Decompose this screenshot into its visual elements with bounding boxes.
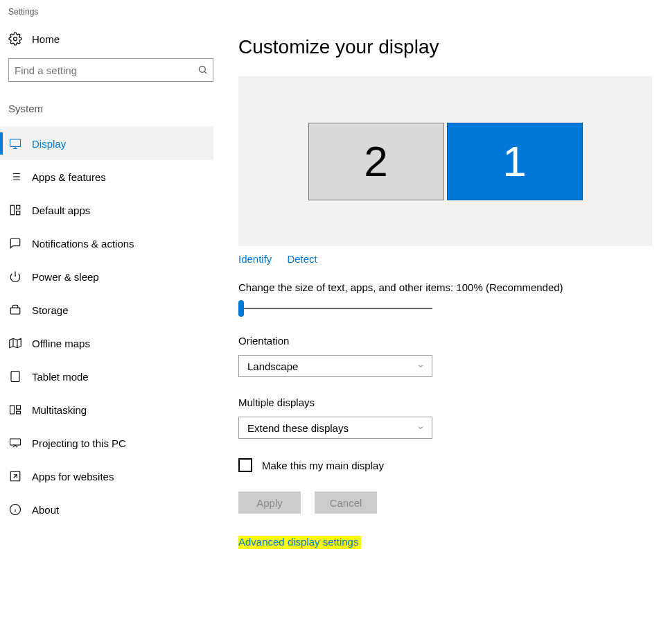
monitor-2[interactable]: 2 [308, 123, 444, 200]
svg-rect-13 [17, 205, 20, 209]
main-display-label: Make this my main display [262, 460, 384, 471]
sidebar-item-label: Multitasking [32, 404, 87, 416]
sidebar-item-apps-features[interactable]: Apps & features [0, 160, 213, 193]
sidebar-item-label: Display [32, 138, 66, 150]
search-box[interactable] [8, 58, 213, 82]
sidebar: Home System Display App [0, 19, 215, 644]
tablet-icon [8, 369, 22, 383]
svg-rect-16 [10, 308, 20, 314]
sidebar-item-label: Tablet mode [32, 371, 89, 383]
sidebar-item-multitasking[interactable]: Multitasking [0, 393, 213, 426]
advanced-display-settings-link[interactable]: Advanced display settings [238, 536, 361, 549]
sidebar-item-power-sleep[interactable]: Power & sleep [0, 260, 213, 293]
sidebar-item-label: Projecting to this PC [32, 437, 126, 449]
multiple-displays-value: Extend these displays [247, 422, 349, 434]
text-size-label: Change the size of text, apps, and other… [238, 281, 652, 293]
gear-icon [8, 32, 22, 46]
map-icon [8, 336, 22, 350]
sidebar-item-label: Storage [32, 304, 69, 316]
detect-link[interactable]: Detect [287, 253, 317, 265]
svg-rect-12 [10, 205, 14, 215]
section-label-system: System [0, 82, 213, 127]
list-icon [8, 170, 22, 184]
projecting-icon [8, 436, 22, 450]
svg-marker-17 [10, 338, 21, 348]
sidebar-item-display[interactable]: Display [0, 127, 213, 160]
page-title: Customize your display [238, 36, 652, 58]
chevron-down-icon [416, 362, 425, 370]
home-label: Home [32, 33, 60, 45]
sidebar-item-notifications[interactable]: Notifications & actions [0, 227, 213, 260]
sidebar-item-offline-maps[interactable]: Offline maps [0, 327, 213, 360]
text-size-slider[interactable] [238, 302, 432, 315]
orientation-select[interactable]: Landscape [238, 355, 432, 377]
sidebar-item-label: Offline maps [32, 338, 90, 349]
multiple-displays-label: Multiple displays [238, 397, 652, 408]
orientation-label: Orientation [238, 335, 652, 347]
storage-icon [8, 303, 22, 317]
apply-button: Apply [238, 491, 301, 514]
sidebar-item-tablet-mode[interactable]: Tablet mode [0, 360, 213, 393]
sidebar-item-label: Apps for websites [32, 471, 114, 482]
svg-rect-22 [10, 406, 15, 414]
svg-point-0 [14, 37, 17, 41]
sidebar-item-label: Default apps [32, 204, 90, 216]
search-input[interactable] [9, 59, 204, 81]
cancel-button: Cancel [315, 491, 377, 514]
open-in-icon [8, 469, 22, 483]
svg-line-27 [14, 475, 17, 478]
sidebar-item-label: Notifications & actions [32, 238, 134, 250]
display-icon [8, 137, 22, 150]
sidebar-item-label: Apps & features [32, 171, 106, 183]
svg-rect-14 [17, 211, 20, 215]
sidebar-item-default-apps[interactable]: Default apps [0, 193, 213, 227]
monitor-1[interactable]: 1 [447, 123, 583, 200]
search-icon [197, 64, 209, 76]
monitor-arrangement[interactable]: 2 1 [238, 76, 652, 246]
multiple-displays-select[interactable]: Extend these displays [238, 417, 432, 439]
identify-link[interactable]: Identify [238, 253, 272, 265]
power-icon [8, 270, 22, 284]
svg-point-1 [200, 67, 206, 73]
sidebar-item-projecting[interactable]: Projecting to this PC [0, 426, 213, 460]
main-panel: Customize your display 2 1 Identify Dete… [215, 19, 659, 644]
slider-thumb[interactable] [238, 300, 244, 317]
sidebar-item-label: Power & sleep [32, 271, 99, 283]
sidebar-item-storage[interactable]: Storage [0, 293, 213, 327]
chat-icon [8, 236, 22, 250]
sidebar-item-apps-websites[interactable]: Apps for websites [0, 460, 213, 493]
svg-rect-25 [10, 439, 21, 445]
svg-rect-24 [17, 411, 21, 414]
multitasking-icon [8, 403, 22, 417]
svg-rect-23 [17, 406, 21, 409]
svg-line-2 [204, 71, 207, 73]
svg-rect-3 [10, 139, 21, 147]
svg-rect-20 [11, 372, 19, 382]
orientation-value: Landscape [247, 360, 298, 372]
info-icon [8, 503, 22, 516]
window-title: Settings [0, 0, 659, 19]
default-apps-icon [8, 203, 22, 217]
home-nav[interactable]: Home [0, 19, 213, 58]
chevron-down-icon [416, 424, 425, 432]
sidebar-item-label: About [32, 504, 59, 516]
main-display-checkbox[interactable] [238, 458, 252, 472]
sidebar-item-about[interactable]: About [0, 493, 213, 526]
